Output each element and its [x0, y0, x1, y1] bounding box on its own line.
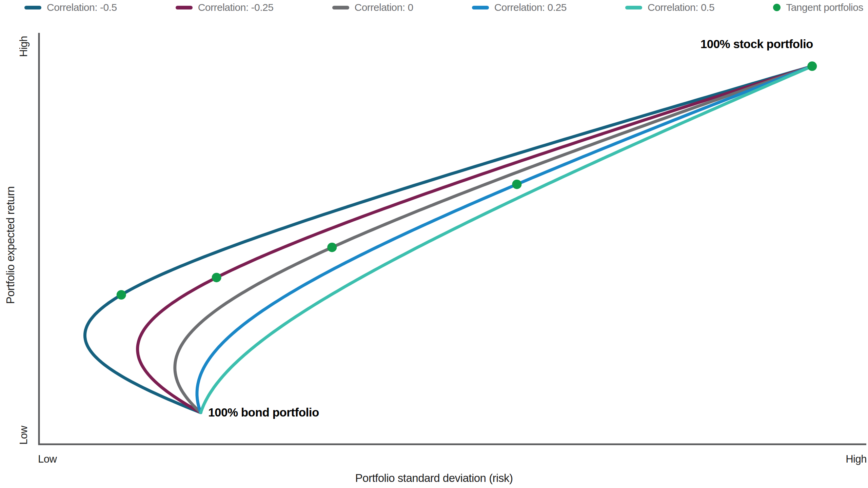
x-axis-min-label: Low [38, 453, 57, 465]
frontier-curve-corr-0 [175, 66, 812, 412]
y-axis-title: Portfolio expected return [4, 186, 17, 304]
tangent-portfolio-dot-corr--0.25 [212, 273, 221, 282]
stock-portfolio-annotation: 100% stock portfolio [701, 37, 813, 51]
x-axis-title: Portfolio standard deviation (risk) [0, 472, 868, 485]
y-axis-min-label: Low [18, 426, 30, 445]
frontier-curve-corr-0.5 [201, 66, 812, 412]
y-axis-max-label: High [18, 36, 30, 57]
tangent-portfolio-dot-corr--0.5 [117, 290, 126, 300]
frontier-curve-corr-0.25 [197, 66, 812, 412]
tangent-portfolio-dot-corr-0.25 [512, 180, 521, 189]
bond-portfolio-annotation: 100% bond portfolio [208, 406, 319, 419]
efficient-frontier-chart: Correlation: -0.5Correlation: -0.25Corre… [0, 0, 868, 488]
tangent-portfolio-dot-corr-0.5 [807, 61, 817, 71]
frontier-curve-corr--0.5 [85, 66, 812, 412]
tangent-portfolio-dot-corr-0 [327, 243, 337, 252]
chart-canvas [0, 0, 868, 488]
x-axis-max-label: High [846, 453, 867, 465]
